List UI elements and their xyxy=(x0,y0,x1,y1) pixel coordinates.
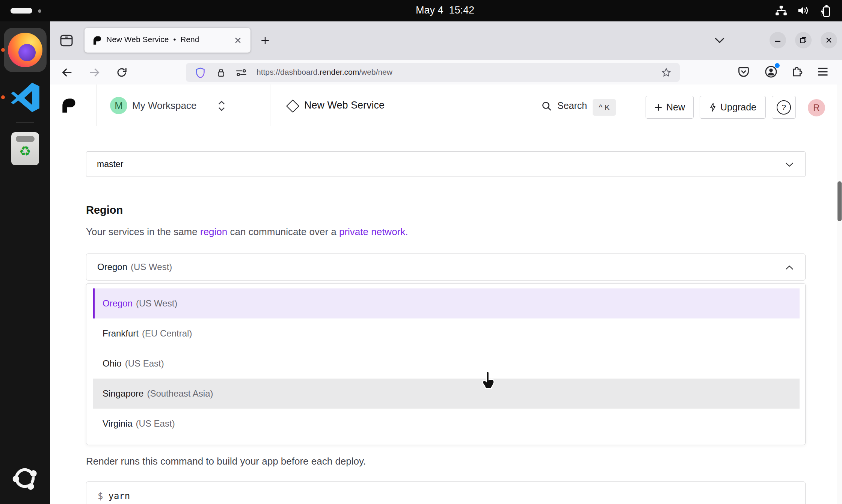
page-content: master Region Your services in the same … xyxy=(50,127,842,504)
help-button[interactable]: ? xyxy=(772,96,796,119)
search-shortcut-badge: ^ K xyxy=(593,99,616,116)
permissions-icon[interactable] xyxy=(236,69,247,77)
workspace-name[interactable]: My Workspace xyxy=(132,100,196,112)
region-heading: Region xyxy=(86,204,123,216)
new-tab-icon[interactable] xyxy=(260,36,270,45)
new-button[interactable]: New xyxy=(646,96,694,119)
firefox-view-icon[interactable] xyxy=(59,33,74,48)
plus-icon xyxy=(654,103,662,112)
region-description: Your services in the same region can com… xyxy=(86,226,408,238)
dock-divider xyxy=(16,122,34,123)
url-path: /web/new xyxy=(359,68,392,76)
workspace-indicator-dot[interactable] xyxy=(38,9,41,13)
close-icon xyxy=(825,36,833,44)
tab-close-icon[interactable] xyxy=(235,37,241,44)
dock xyxy=(0,21,50,504)
url-domain: render.com xyxy=(320,68,359,76)
volume-icon[interactable] xyxy=(797,5,810,17)
dock-item-firefox[interactable] xyxy=(4,28,47,72)
firefox-running-dot xyxy=(1,48,5,52)
battery-charging-icon[interactable] xyxy=(819,5,831,18)
tab-title: New Web Service • Rend xyxy=(106,35,226,44)
account-notification-dot xyxy=(775,63,780,68)
user-avatar[interactable]: R xyxy=(808,99,825,116)
app-header: M My Workspace New Web Service Search ^ … xyxy=(50,85,842,127)
branch-select-value: master xyxy=(97,159,123,169)
system-clock[interactable]: May 4 15:42 xyxy=(394,5,496,16)
activities-indicator[interactable] xyxy=(11,8,32,14)
desktop: May 4 15:42 xyxy=(0,0,842,504)
chevron-down-icon xyxy=(785,162,794,167)
browser-tab[interactable]: New Web Service • Rend xyxy=(85,28,250,53)
url-bar[interactable]: https://dashboard.render.com/web/new xyxy=(186,63,680,82)
firefox-icon xyxy=(8,33,42,67)
upgrade-button[interactable]: Upgrade xyxy=(700,96,766,119)
scrollbar-track[interactable] xyxy=(837,85,842,504)
lock-icon[interactable] xyxy=(216,67,226,78)
mouse-cursor xyxy=(480,371,495,389)
service-diamond-icon xyxy=(286,100,299,113)
list-all-tabs-icon[interactable] xyxy=(714,37,725,44)
browser-window: New Web Service • Rend xyxy=(50,21,842,504)
workspace-switcher-icon[interactable] xyxy=(217,100,226,112)
network-icon[interactable] xyxy=(774,5,788,17)
shell-prompt: $ xyxy=(98,491,103,501)
branch-select[interactable]: master xyxy=(86,151,806,177)
region-select-value: Oregon xyxy=(97,262,127,272)
region-select[interactable]: Oregon (US West) xyxy=(86,254,806,281)
region-options-panel: Oregon (US West) Frankfurt (EU Central) … xyxy=(86,283,806,445)
extensions-icon[interactable] xyxy=(791,65,803,78)
restore-button[interactable] xyxy=(795,32,812,48)
question-icon: ? xyxy=(777,100,791,115)
region-option-oregon[interactable]: Oregon (US West) xyxy=(93,288,800,318)
restore-icon xyxy=(800,36,807,44)
tab-bar: New Web Service • Rend xyxy=(50,21,842,60)
search-button[interactable]: Search xyxy=(557,100,587,111)
dock-item-vscode[interactable] xyxy=(9,81,41,113)
search-icon[interactable] xyxy=(541,101,552,112)
build-command-input[interactable]: $ yarn xyxy=(86,481,806,504)
menu-hamburger-icon[interactable] xyxy=(817,67,828,77)
chevron-up-icon xyxy=(785,265,794,270)
region-link[interactable]: region xyxy=(200,226,227,237)
bookmark-star-icon[interactable] xyxy=(661,67,671,78)
vscode-running-dot xyxy=(1,95,5,99)
render-logo[interactable] xyxy=(61,97,78,113)
pocket-icon[interactable] xyxy=(738,66,750,78)
scrollbar-thumb[interactable] xyxy=(837,181,842,221)
build-command-description: Render runs this command to build your a… xyxy=(86,456,366,467)
close-window-button[interactable] xyxy=(821,32,837,48)
tracking-protection-shield-icon[interactable] xyxy=(195,67,205,78)
region-option-virginia[interactable]: Virginia (US East) xyxy=(93,409,800,439)
url-text: https://dashboard.render.com/web/new xyxy=(257,68,392,77)
page-title: New Web Service xyxy=(304,100,385,111)
region-option-ohio[interactable]: Ohio (US East) xyxy=(93,349,800,379)
region-option-frankfurt[interactable]: Frankfurt (EU Central) xyxy=(93,318,800,349)
trash-lid xyxy=(16,136,35,142)
lightning-icon xyxy=(709,103,717,112)
dock-item-trash[interactable] xyxy=(11,132,39,165)
reload-icon[interactable] xyxy=(116,66,128,78)
navigation-bar: https://dashboard.render.com/web/new xyxy=(50,60,842,85)
minimize-button[interactable] xyxy=(770,32,786,48)
build-command-value: yarn xyxy=(108,491,130,501)
url-prefix: https://dashboard. xyxy=(257,68,320,76)
recycle-icon xyxy=(11,143,39,159)
region-option-singapore[interactable]: Singapore (Southeast Asia) xyxy=(93,379,800,409)
workspace-avatar[interactable]: M xyxy=(110,97,127,114)
forward-icon[interactable] xyxy=(88,66,101,79)
private-network-link[interactable]: private network. xyxy=(339,226,408,237)
minimize-icon xyxy=(774,36,782,44)
show-applications-button[interactable] xyxy=(11,465,38,492)
render-favicon xyxy=(93,35,103,45)
back-icon[interactable] xyxy=(61,66,74,79)
system-top-bar: May 4 15:42 xyxy=(0,0,842,21)
